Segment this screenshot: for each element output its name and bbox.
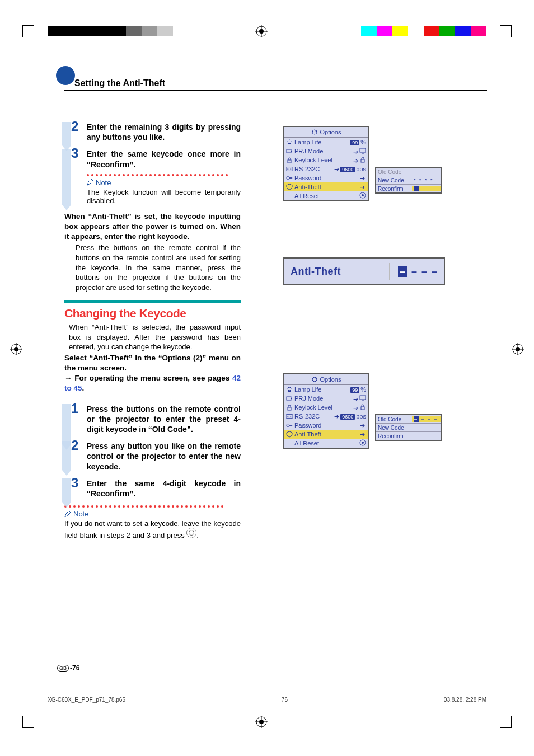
code-row: Reconfirm– – – – [376,185,441,192]
osd-row: Lamp Life99% [284,138,368,147]
code-row: Old Code– – – – [376,168,441,176]
page-number: GB -76 [57,664,79,672]
svg-point-16 [288,140,291,143]
step-text: Press the buttons on the remote control … [87,404,241,435]
chevron-down-icon [61,478,72,512]
svg-rect-23 [361,159,364,162]
language-badge: GB [57,665,69,672]
svg-point-32 [362,194,364,196]
svg-point-27 [290,168,291,169]
footer-date: 03.8.28, 2:28 PM [444,697,486,703]
code-row: New Code– – – – [376,424,441,432]
svg-rect-34 [288,391,291,392]
crop-mark [22,716,34,728]
crop-mark [500,716,512,728]
code-row: Old Code– – – – [376,415,441,424]
step-text: Enter the remaining 3 digits by pressing… [87,122,241,142]
svg-point-44 [290,416,291,416]
svg-point-33 [288,387,291,391]
svg-point-25 [287,168,288,169]
osd-row: Password➔ [284,421,368,430]
step-number: 2 [71,119,78,134]
svg-rect-18 [287,149,291,153]
svg-rect-39 [288,407,291,410]
step-block: 1 Press the buttons on the remote contro… [64,404,241,435]
code-row: New Code* * * * [376,176,441,185]
keycode-panel: Old Code– – – –New Code* * * *Reconfirm–… [375,167,442,194]
step-block: 3 Enter the same keycode once more in “R… [64,149,241,204]
svg-rect-20 [360,148,366,152]
footer-page: 76 [282,697,288,703]
section-title: Setting the Anti-Theft [74,78,165,88]
subsection-heading: Changing the Keycode [64,307,241,320]
crop-mark [22,25,34,37]
step-text: Enter the same keycode once more in “Rec… [87,149,241,169]
color-swatch [361,26,377,36]
osd-row: Lamp Life99% [284,385,368,394]
keycode-panel: Old Code– – – –New Code– – – –Reconfirm–… [375,414,442,441]
color-swatch [157,26,173,36]
svg-rect-37 [360,396,366,400]
svg-rect-35 [287,397,291,400]
chapter-bullet-icon [56,66,75,85]
color-swatch [126,26,142,36]
color-swatch [142,26,157,36]
osd-options-menu: OptionsLamp Life99%PRJ Mode➔Keylock Leve… [283,373,369,449]
step-number: 3 [71,145,78,161]
svg-rect-17 [288,143,291,144]
step-text: Enter the same 4-digit keycode in “Recon… [87,478,241,499]
color-swatch [392,26,408,36]
osd-row: PRJ Mode➔ [284,147,368,156]
svg-point-49 [362,442,364,444]
step-block: 2 Enter the remaining 3 digits by pressi… [64,122,241,142]
color-swatch [377,26,392,36]
paragraph-bold: → For operating the menu screen, see pag… [64,373,241,393]
divider [64,90,487,91]
footer: XG-C60X_E_PDF_p71_78.p65 76 03.8.28, 2:2… [48,697,486,703]
color-swatch [48,26,63,36]
osd-row: RS-232C➔9600bps [284,165,368,173]
anti-theft-prompt: Anti-Theft –––– [283,257,445,285]
step-number: 2 [71,438,78,453]
color-swatch [79,26,95,36]
svg-point-28 [292,168,292,169]
step-text: Press any button you like on the remote … [87,441,241,472]
color-bar [48,26,173,36]
paragraph: Press the buttons on the remote control … [76,243,241,292]
paragraph: When “Anti-Theft” is selected, the passw… [69,322,241,352]
color-swatch [63,26,79,36]
registration-mark-icon [255,716,268,728]
osd-row: RS-232C➔9600bps [284,412,368,421]
osd-row: Keylock Level➔ [284,156,368,165]
svg-point-45 [292,416,292,416]
svg-rect-22 [288,160,291,163]
color-bar [361,26,486,36]
osd-row: All Reset [284,191,368,200]
color-swatch [424,26,439,36]
color-swatch [455,26,471,36]
step-number: 1 [71,401,78,416]
color-swatch [95,26,110,36]
svg-rect-30 [289,177,292,179]
enter-button-icon [186,528,196,538]
color-swatch [439,26,455,36]
svg-rect-36 [291,398,292,399]
step-block: 2 Press any button you like on the remot… [64,441,241,472]
dotted-divider [87,174,241,176]
osd-row: Anti-Theft➔ [284,182,368,191]
note-body: The Keylock function will become tempora… [87,188,241,205]
svg-rect-47 [289,425,292,426]
crop-mark [500,25,512,37]
registration-mark-icon [512,343,524,355]
color-swatch [110,26,126,36]
chevron-down-icon [61,149,72,216]
code-row: Reconfirm– – – – [376,432,441,440]
color-swatch [408,26,424,36]
dotted-divider [64,505,241,508]
paragraph-bold: Select “Anti-Theft” in the “Options (2)”… [64,353,241,373]
anti-theft-code-field: –––– [389,263,437,280]
svg-rect-19 [291,151,292,152]
paragraph-bold: When “Anti-Theft” is set, the keycode in… [64,212,241,242]
svg-rect-40 [361,407,364,410]
pencil-icon [87,179,93,186]
